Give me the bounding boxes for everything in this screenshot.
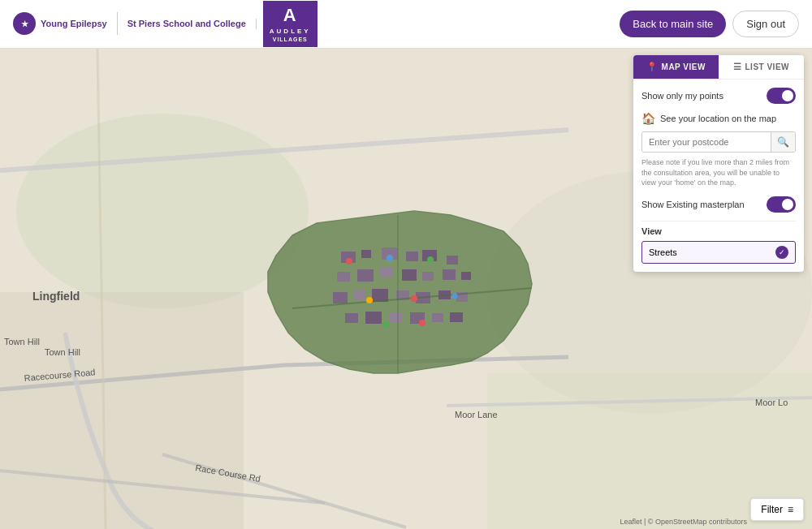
ye-icon: ★ — [13, 12, 36, 35]
map-attribution: Leaflet | © OpenStreetMap contributors — [620, 518, 747, 526]
location-label: See your location on the map — [660, 114, 776, 123]
svg-rect-20 — [357, 269, 374, 282]
location-row: 🏠 See your location on the map — [641, 112, 796, 125]
tab-map-view[interactable]: 📍 MAP VIEW — [633, 55, 719, 79]
show-my-points-label: Show only my points — [641, 91, 723, 101]
svg-point-41 — [346, 258, 352, 264]
svg-rect-35 — [390, 313, 402, 323]
panel-body: Show only my points 🏠 See your location … — [633, 80, 804, 272]
tab-list-view[interactable]: ☰ LIST VIEW — [719, 55, 804, 79]
svg-point-46 — [452, 294, 458, 299]
svg-text:Moor Lo: Moor Lo — [755, 398, 788, 407]
view-check-icon: ✓ — [775, 246, 788, 259]
view-option-streets[interactable]: Streets ✓ — [641, 241, 796, 264]
stpiers-logo: St Piers School and College — [118, 19, 257, 29]
svg-rect-34 — [365, 312, 382, 324]
svg-rect-21 — [380, 268, 392, 277]
svg-point-43 — [427, 256, 434, 263]
svg-point-1 — [16, 114, 309, 308]
svg-rect-24 — [443, 269, 456, 280]
audley-villages: VILLAGES — [270, 36, 311, 43]
view-option-streets-label: Streets — [649, 247, 677, 257]
header-buttons: Back to main site Sign out — [620, 11, 799, 37]
toggle-slider-masterplan — [767, 196, 796, 213]
show-masterplan-toggle[interactable] — [767, 196, 796, 213]
svg-rect-23 — [422, 272, 434, 281]
svg-rect-19 — [337, 272, 350, 282]
sp-text: St Piers School and College — [127, 19, 246, 29]
panel-tabs: 📍 MAP VIEW ☰ LIST VIEW — [633, 55, 804, 80]
svg-rect-14 — [361, 250, 371, 258]
svg-rect-27 — [353, 290, 365, 299]
audley-name: AUDLEY — [270, 28, 311, 36]
postcode-search-button[interactable]: 🔍 — [771, 132, 795, 152]
svg-rect-2 — [0, 292, 244, 529]
svg-point-45 — [411, 295, 417, 302]
panel-divider — [641, 221, 796, 221]
postcode-input[interactable] — [642, 133, 771, 151]
view-options: Streets ✓ — [641, 241, 796, 264]
header: ★ Young Epilepsy St Piers School and Col… — [0, 0, 812, 49]
filter-icon: ≡ — [788, 504, 793, 515]
toggle-slider-on — [767, 88, 796, 104]
show-masterplan-label: Show Existing masterplan — [641, 200, 745, 209]
show-my-points-toggle[interactable] — [767, 88, 796, 104]
tab-map-label: MAP VIEW — [662, 62, 706, 71]
svg-rect-37 — [432, 313, 443, 322]
postcode-note: Please note if you live more than 2 mile… — [641, 157, 796, 188]
svg-rect-25 — [461, 272, 471, 280]
show-my-points-row: Show only my points — [641, 88, 796, 104]
filter-button[interactable]: Filter ≡ — [750, 498, 804, 521]
svg-text:Moor Lane: Moor Lane — [455, 410, 498, 419]
list-icon: ☰ — [733, 62, 742, 72]
svg-text:Town Hill: Town Hill — [4, 337, 40, 346]
tab-list-label: LIST VIEW — [745, 62, 790, 71]
show-masterplan-row: Show Existing masterplan — [641, 196, 796, 213]
svg-rect-16 — [406, 252, 418, 261]
logo-area: ★ Young Epilepsy St Piers School and Col… — [13, 1, 317, 46]
filter-label: Filter — [761, 504, 783, 515]
svg-point-47 — [382, 321, 389, 328]
svg-point-44 — [366, 297, 373, 303]
svg-rect-18 — [447, 256, 458, 264]
svg-point-42 — [387, 255, 393, 261]
ye-text: Young Epilepsy — [41, 19, 107, 29]
postcode-row: 🔍 — [641, 131, 796, 153]
young-epilepsy-logo: ★ Young Epilepsy — [13, 12, 118, 35]
svg-point-48 — [419, 320, 425, 326]
audley-box: A AUDLEY VILLAGES — [263, 1, 317, 46]
view-label: View — [641, 226, 796, 236]
svg-rect-26 — [333, 292, 348, 303]
svg-text:Town Hill: Town Hill — [45, 347, 80, 357]
back-to-main-button[interactable]: Back to main site — [620, 11, 726, 37]
sign-out-button[interactable]: Sign out — [732, 11, 799, 37]
panel: 📍 MAP VIEW ☰ LIST VIEW Show only my poin… — [633, 55, 804, 272]
svg-text:Lingfield: Lingfield — [32, 290, 80, 303]
svg-rect-33 — [345, 313, 358, 323]
map-icon: 📍 — [646, 62, 659, 72]
audley-logo: A AUDLEY VILLAGES — [257, 1, 317, 46]
home-icon: 🏠 — [641, 112, 655, 125]
svg-rect-22 — [402, 269, 417, 281]
audley-letter: A — [270, 4, 311, 28]
svg-rect-38 — [450, 312, 463, 322]
